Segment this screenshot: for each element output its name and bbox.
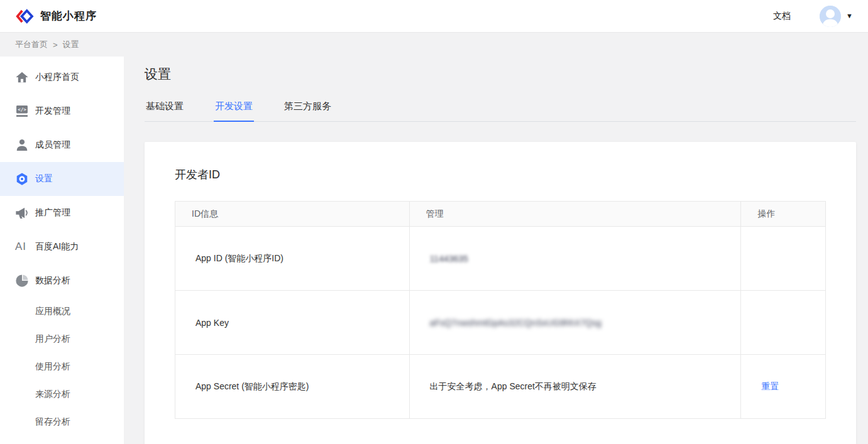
home-icon — [15, 70, 35, 84]
row-label: App Secret (智能小程序密匙) — [175, 355, 410, 419]
table-header-row: ID信息 管理 操作 — [175, 202, 826, 227]
breadcrumb-current: 设置 — [63, 39, 79, 50]
sidebar-item-ai[interactable]: AI 百度AI能力 — [0, 230, 124, 264]
column-header-action: 操作 — [741, 202, 826, 227]
breadcrumb-separator: > — [53, 40, 58, 50]
sidebar-item-label: 成员管理 — [35, 139, 70, 151]
user-avatar-icon — [820, 6, 841, 27]
sidebar-item-analytics[interactable]: 数据分析 — [0, 264, 124, 298]
sidebar-subitem-app-overview[interactable]: 应用概况 — [0, 298, 124, 325]
page: 智能小程序 文档 ▼ 平台首页 > 设置 — [0, 0, 868, 444]
card-title: 开发者ID — [175, 167, 826, 182]
app-id-value-redacted: 11443635 — [430, 254, 468, 264]
sidebar-item-home[interactable]: 小程序首页 — [0, 60, 124, 94]
chevron-down-icon[interactable]: ▼ — [846, 13, 853, 19]
app-secret-note: 出于安全考虑，App Secret不再被明文保存 — [409, 355, 741, 419]
sidebar-subitem-usage-analysis[interactable]: 使用分析 — [0, 353, 124, 381]
topbar-right: 文档 ▼ — [773, 6, 853, 27]
brand-title: 智能小程序 — [40, 9, 97, 23]
sidebar-item-label: 百度AI能力 — [35, 241, 79, 252]
sidebar-item-label: 设置 — [35, 173, 53, 185]
tab-dev-settings[interactable]: 开发设置 — [214, 100, 254, 122]
row-action-empty — [741, 227, 826, 291]
member-icon — [15, 138, 35, 152]
breadcrumb: 平台首页 > 设置 — [0, 33, 868, 57]
sidebar-item-members[interactable]: 成员管理 — [0, 128, 124, 162]
table-row-app-secret: App Secret (智能小程序密匙) 出于安全考虑，App Secret不再… — [175, 355, 826, 419]
column-header-id-info: ID信息 — [175, 202, 410, 227]
brand-logo[interactable]: 智能小程序 — [15, 8, 97, 24]
docs-link[interactable]: 文档 — [773, 11, 791, 22]
row-action-empty — [741, 291, 826, 355]
column-header-manage: 管理 — [409, 202, 741, 227]
sidebar-item-label: 数据分析 — [35, 275, 70, 286]
smart-miniprogram-logo-icon — [15, 8, 34, 24]
breadcrumb-home[interactable]: 平台首页 — [15, 39, 48, 50]
main-content: 设置 基础设置 开发设置 第三方服务 开发者ID ID信息 管理 操作 — [124, 57, 868, 444]
sidebar-subitem-retention-analysis[interactable]: 留存分析 — [0, 408, 124, 436]
svg-text:</>: </> — [18, 107, 26, 112]
tab-bar: 基础设置 开发设置 第三方服务 — [145, 100, 856, 122]
page-title: 设置 — [145, 65, 856, 83]
sidebar-item-settings[interactable]: 设置 — [0, 162, 124, 196]
developer-id-table: ID信息 管理 操作 App ID (智能小程序ID) 11443635 App — [175, 201, 826, 419]
pie-chart-icon — [15, 274, 35, 288]
top-header: 智能小程序 文档 ▼ — [0, 0, 868, 33]
developer-id-card: 开发者ID ID信息 管理 操作 App ID (智能小程序ID) 114436… — [145, 142, 856, 444]
table-row-app-key: App Key aFsQ7nwshmtGpAs32CQnSxUG9hhX7Qsg — [175, 291, 826, 355]
ai-icon: AI — [15, 241, 35, 253]
sidebar-item-dev-manage[interactable]: </> 开发管理 — [0, 94, 124, 128]
code-icon: </> — [15, 104, 35, 118]
megaphone-icon — [15, 206, 35, 220]
settings-icon — [15, 172, 35, 186]
sidebar-subitem-source-analysis[interactable]: 来源分析 — [0, 381, 124, 408]
sidebar-item-label: 小程序首页 — [35, 72, 79, 83]
reset-secret-link[interactable]: 重置 — [761, 381, 779, 391]
row-label: App Key — [175, 291, 410, 355]
row-label: App ID (智能小程序ID) — [175, 227, 410, 291]
sidebar-item-label: 开发管理 — [35, 106, 70, 117]
sidebar: 小程序首页 </> 开发管理 成员管理 设置 — [0, 57, 124, 444]
tab-third-party[interactable]: 第三方服务 — [283, 100, 332, 122]
tab-basic-settings[interactable]: 基础设置 — [145, 100, 185, 122]
table-row-app-id: App ID (智能小程序ID) 11443635 — [175, 227, 826, 291]
app-key-value-redacted: aFsQ7nwshmtGpAs32CQnSxUG9hhX7Qsg — [430, 318, 602, 328]
sidebar-item-promotion[interactable]: 推广管理 — [0, 196, 124, 230]
sidebar-subitem-user-analysis[interactable]: 用户分析 — [0, 325, 124, 353]
avatar[interactable] — [820, 6, 841, 27]
account-menu[interactable]: ▼ — [820, 6, 853, 27]
sidebar-item-label: 推广管理 — [35, 207, 70, 219]
